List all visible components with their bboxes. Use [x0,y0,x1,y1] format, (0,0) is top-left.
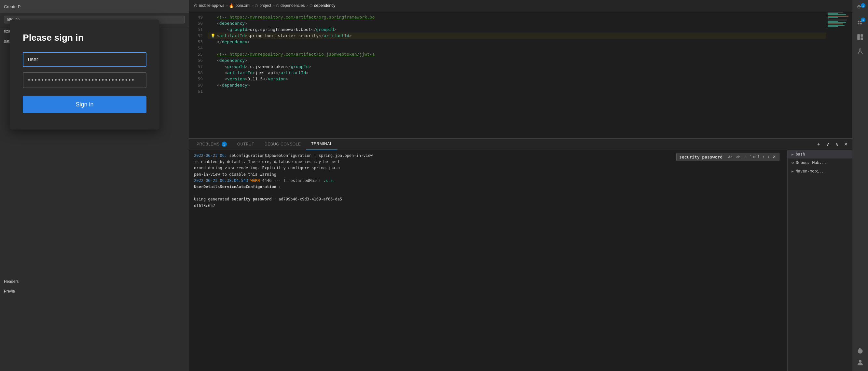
preview-label: Previe [4,289,15,293]
breadcrumb-ws: mobile-app-ws [199,3,224,8]
line-numbers: 49 50 51 52 53 54 55 56 57 58 59 60 61 [189,11,207,138]
breadcrumb-icon-ws: ⊙ [194,3,197,8]
minimap [826,11,852,138]
search-count: 1 of 1 [750,155,760,159]
search-close-btn[interactable]: ✕ [772,154,777,160]
svg-rect-0 [857,34,860,40]
terminal-actions: + ∨ ∧ ✕ [815,140,850,148]
svg-rect-2 [861,37,863,40]
match-case-btn[interactable]: Aa [727,155,734,159]
terminal-icon-debug: ⚙ [792,160,794,165]
line-58: 58 [189,70,207,76]
signin-title: Please sign in [23,33,147,43]
code-line-61 [208,88,826,94]
terminal-line-empty [194,190,782,196]
terminal-maven-label: Maven-mobi... [796,169,826,174]
breadcrumb-icon-dep: ⬡ [310,4,313,8]
search-options: Aa ab .* [727,155,748,159]
account-icon[interactable] [854,357,866,368]
code-line-50: <dependency> [208,20,826,26]
code-line-53: </dependency> [208,39,826,45]
match-word-btn[interactable]: ab [735,155,741,159]
terminal-tabs: PROBLEMS 1 OUTPUT DEBUG CONSOLE TERMINAL… [189,138,852,150]
password-input[interactable] [23,72,147,88]
terminal-bash-item[interactable]: ▶ bash [787,150,852,158]
line-60: 60 [189,82,207,88]
terminal-icon-maven: ▶ [792,169,794,174]
terminal-search-input[interactable] [679,155,725,159]
signin-modal: Please sign in Sign in [10,20,159,129]
code-line-59: <version> 0.11.5 </version> [208,76,826,82]
line-56: 56 [189,57,207,63]
breadcrumb-icon-deps: ⬡ [276,4,279,8]
warning-indicator: 💡 [210,33,215,38]
sidebar-bottom [854,345,866,368]
terminal-tab-group: PROBLEMS 1 OUTPUT DEBUG CONSOLE TERMINAL [191,138,338,150]
terminal-debug-label: Debug: Mob... [796,160,826,165]
layout-icon[interactable] [854,31,866,43]
line-57: 57 [189,63,207,70]
breadcrumb-icon-proj: ⬡ [255,4,258,8]
terminal-bash-label: bash [796,152,805,157]
add-terminal-btn[interactable]: + [815,140,823,148]
source-control-icon[interactable]: 1 [854,3,866,14]
svg-point-3 [859,360,862,363]
top-bar: Create P [0,0,189,13]
right-panel: ⊙ mobile-app-ws > 🔥 pom.xml > ⬡ project … [189,0,852,371]
headers-label: Headers [4,279,19,284]
maximize-terminal-btn[interactable]: ∧ [833,140,841,148]
terminal-debug-item[interactable]: ⚙ Debug: Mob... [787,158,852,167]
split-terminal-btn[interactable]: ∨ [824,140,832,148]
top-bar-label: Create P [4,4,21,9]
terminal-line-4: pen-in-view to disable this warning [194,172,782,178]
code-line-56: <dependency> [208,57,826,63]
search-prev-btn[interactable]: ↑ [762,154,765,160]
code-line-52: 💡 <artifactId> spring-boot-starter-secur… [208,33,826,39]
code-line-49: <!-- https://mvnrepository.com/artifact/… [208,14,826,20]
close-terminal-btn[interactable]: ✕ [842,140,850,148]
terminal-panel: PROBLEMS 1 OUTPUT DEBUG CONSOLE TERMINAL… [189,138,852,371]
left-panel: Create P rization data Please sign in Si… [0,0,189,371]
line-54: 54 [189,45,207,51]
tab-output[interactable]: OUTPUT [232,138,259,150]
breadcrumb-icon-pom: 🔥 [229,3,234,8]
terminal-line-3: ormed during view rendering. Explicitly … [194,165,782,171]
code-line-51: <groupId> org.springframework.boot </gro… [208,26,826,33]
terminal-search-bar[interactable]: Aa ab .* 1 of 1 ↑ ↓ ✕ [676,153,779,161]
preview-row: Previe [0,286,19,296]
terminal-maven-item[interactable]: ▶ Maven-mobi... [787,167,852,176]
signin-button[interactable]: Sign in [23,96,147,113]
line-50: 50 [189,20,207,26]
tab-debug-console[interactable]: DEBUG CONSOLE [259,138,306,150]
code-line-54 [208,45,826,51]
line-59: 59 [189,76,207,82]
line-55: 55 [189,51,207,57]
tab-problems[interactable]: PROBLEMS 1 [191,138,232,150]
power-icon[interactable] [854,345,866,357]
breadcrumb-project: project [259,3,271,8]
terminal-body: Aa ab .* 1 of 1 ↑ ↓ ✕ 2022-06-23 06: seC… [189,150,852,371]
code-line-55: <!-- https://mvnrepository.com/artifact/… [208,51,826,57]
svg-rect-1 [861,34,863,37]
breadcrumb-bar: ⊙ mobile-app-ws > 🔥 pom.xml > ⬡ project … [189,0,852,11]
breadcrumb: ⊙ mobile-app-ws > 🔥 pom.xml > ⬡ project … [191,3,338,8]
breadcrumb-dep: dependency [314,3,335,8]
code-line-60: </dependency> [208,82,826,88]
terminal-line-5: 2022-06-23 06:38:04.543 WARN 4446 --- [ … [194,178,782,184]
flask-icon[interactable] [854,45,866,57]
problems-badge: 1 [222,142,227,147]
line-61: 61 [189,88,207,94]
terminal-content: Aa ab .* 1 of 1 ↑ ↓ ✕ 2022-06-23 06: seC… [189,150,787,371]
terminal-line-6: UserDetailsServiceAutoConfiguration : [194,184,782,190]
breadcrumb-deps: dependencies [281,3,305,8]
tab-terminal[interactable]: TERMINAL [306,138,338,150]
search-next-btn[interactable]: ↓ [767,154,770,160]
line-52: 52 [189,33,207,39]
right-sidebar: 1 1 [852,0,868,371]
editor-area: 49 50 51 52 53 54 55 56 57 58 59 60 61 <… [189,11,852,138]
extensions-icon[interactable]: 1 [854,17,866,29]
code-line-58: <artifactId> jjwt-api </artifactId> [208,70,826,76]
username-input[interactable] [23,52,147,67]
line-49: 49 [189,14,207,20]
regex-btn[interactable]: .* [743,155,748,159]
